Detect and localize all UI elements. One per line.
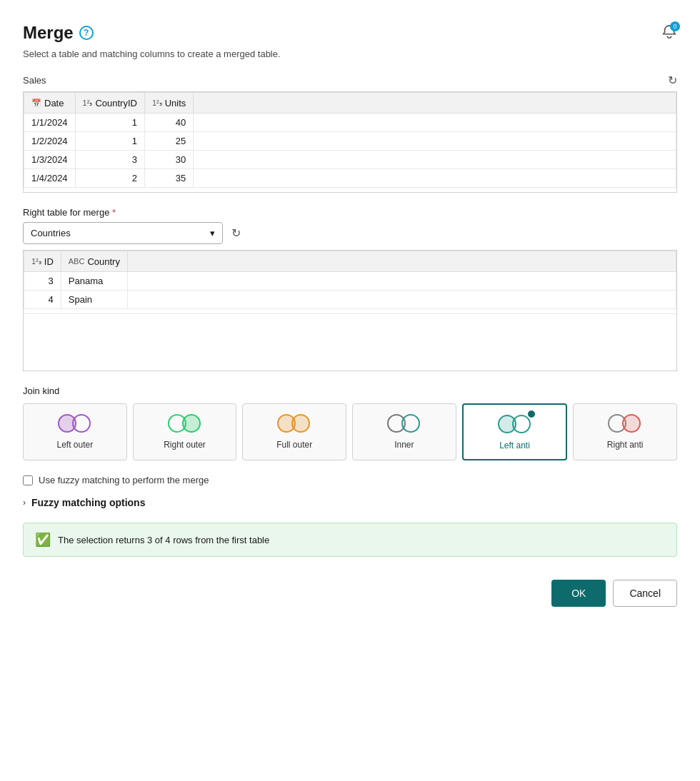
notification-icon[interactable]: 0 (661, 24, 677, 42)
sales-col-date[interactable]: 📅 Date (24, 93, 76, 114)
sales-col-empty (194, 93, 676, 114)
title-area: Merge ? (23, 23, 94, 43)
join-kind-label: Join kind (23, 386, 677, 396)
right-table-field-group: Right table for merge * Countries ▾ ↻ (23, 207, 677, 244)
fuzzy-options-toggle[interactable]: › Fuzzy matching options (23, 497, 677, 508)
check-circle-icon: ✅ (35, 532, 51, 548)
header: Merge ? 0 (23, 23, 677, 43)
join-card-left-outer[interactable]: Left outer (23, 403, 127, 460)
right-outer-label: Right outer (164, 440, 206, 450)
dropdown-row: Countries ▾ ↻ (23, 222, 677, 244)
right-table-refresh-button[interactable]: ↻ (231, 226, 241, 240)
full-outer-label: Full outer (276, 440, 312, 450)
table-row: 4 Spain (24, 291, 676, 309)
help-icon[interactable]: ? (79, 26, 94, 40)
right-anti-icon (608, 413, 642, 434)
subtitle: Select a table and matching columns to c… (23, 49, 677, 59)
sales-section-header: Sales ↻ (23, 74, 677, 87)
countries-col-country[interactable]: ABC Country (61, 251, 127, 272)
table-row: 1/4/2024 2 35 (24, 169, 676, 188)
fuzzy-checkbox[interactable] (23, 475, 33, 485)
page-title: Merge (23, 23, 74, 43)
fuzzy-checkbox-row: Use fuzzy matching to perform the merge (23, 475, 677, 485)
countries-col-id[interactable]: 1²₃ ID (24, 251, 61, 272)
countries-table: 1²₃ ID ABC Country 3 Panama 4 Spain (24, 251, 676, 309)
countries-col-empty (127, 251, 676, 272)
join-card-full-outer[interactable]: Full outer (242, 403, 346, 460)
table-row: 1/3/2024 3 30 (24, 151, 676, 169)
sales-table: 📅 Date 1²₃ CountryID 1²₃ Units 1/1/2024 … (24, 92, 676, 188)
required-marker: * (112, 207, 116, 218)
inner-label: Inner (394, 440, 414, 450)
selected-indicator (526, 409, 536, 419)
table-row: 3 Panama (24, 272, 676, 291)
fuzzy-options-label: Fuzzy matching options (31, 497, 145, 508)
info-banner: ✅ The selection returns 3 of 4 rows from… (23, 523, 677, 557)
table-row: 1/2/2024 1 25 (24, 132, 676, 151)
cancel-button[interactable]: Cancel (613, 580, 677, 607)
left-anti-icon (498, 413, 532, 435)
sales-col-units[interactable]: 1²₃ Units (144, 93, 193, 114)
right-table-label: Right table for merge * (23, 207, 677, 218)
left-outer-label: Left outer (56, 440, 93, 450)
right-outer-icon (168, 413, 202, 434)
chevron-down-icon: ▾ (210, 228, 215, 238)
sales-col-countryid[interactable]: 1²₃ CountryID (75, 93, 144, 114)
countries-table-wrapper: 1²₃ ID ABC Country 3 Panama 4 Spain (23, 250, 677, 371)
left-outer-icon (58, 413, 92, 434)
join-card-right-anti[interactable]: Right anti (573, 403, 677, 460)
left-anti-label: Left anti (499, 440, 530, 450)
join-card-left-anti[interactable]: Left anti (462, 403, 568, 460)
info-banner-text: The selection returns 3 of 4 rows from t… (58, 535, 269, 545)
full-outer-icon (277, 413, 311, 434)
right-anti-label: Right anti (607, 440, 644, 450)
join-card-inner[interactable]: Inner (352, 403, 456, 460)
sales-label: Sales (23, 75, 46, 86)
sales-refresh-button[interactable]: ↻ (668, 74, 677, 87)
sales-table-wrapper: 📅 Date 1²₃ CountryID 1²₃ Units 1/1/2024 … (23, 91, 677, 193)
inner-icon (387, 413, 421, 434)
right-table-dropdown[interactable]: Countries ▾ (23, 222, 223, 244)
notification-badge: 0 (670, 21, 680, 31)
table-row: 1/1/2024 1 40 (24, 114, 676, 132)
table-empty-area (24, 313, 676, 371)
footer: OK Cancel (23, 580, 677, 607)
chevron-right-icon: › (23, 498, 26, 508)
fuzzy-checkbox-label[interactable]: Use fuzzy matching to perform the merge (39, 475, 209, 485)
join-cards: Left outer Right outer Full outer Inner … (23, 403, 677, 460)
ok-button[interactable]: OK (551, 580, 606, 607)
join-card-right-outer[interactable]: Right outer (133, 403, 237, 460)
